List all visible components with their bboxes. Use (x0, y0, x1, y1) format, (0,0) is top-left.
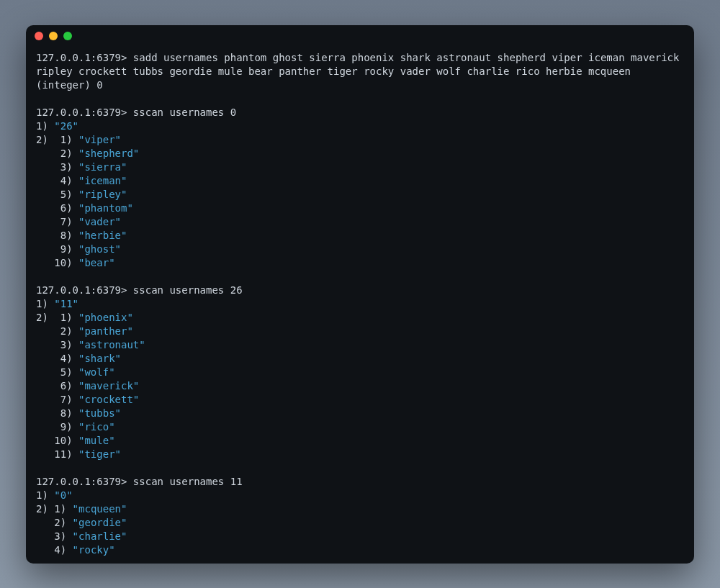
list-item: "ripley" (78, 189, 127, 200)
list-item: "crockett" (78, 394, 139, 405)
terminal-output[interactable]: 127.0.0.1:6379> sadd usernames phantom g… (26, 47, 694, 564)
list-item: "maverick" (78, 380, 139, 392)
prompt: 127.0.0.1:6379> (36, 284, 127, 296)
list-item: "geordie" (73, 517, 127, 528)
prompt: 127.0.0.1:6379> (36, 107, 127, 118)
list-item: "mule" (78, 435, 115, 446)
command-text: sadd usernames phantom ghost sierra phoe… (127, 52, 679, 63)
list-item: "shepherd" (78, 148, 139, 159)
cursor-value: "11" (54, 298, 78, 309)
titlebar (26, 25, 694, 47)
minimize-icon[interactable] (49, 32, 58, 40)
list-item: "herbie" (78, 230, 127, 241)
command-text: sscan usernames 26 (127, 284, 242, 296)
list-item: "bear" (78, 257, 115, 268)
list-item: "tubbs" (78, 407, 121, 419)
cursor-value: "0" (54, 489, 72, 501)
list-item: "sierra" (78, 161, 127, 173)
result-integer: (integer) 0 (36, 79, 103, 91)
list-item: "rocky" (73, 544, 115, 556)
list-item: "ghost" (78, 243, 121, 255)
command-text: sscan usernames 0 (127, 107, 236, 118)
prompt: 127.0.0.1:6379> (36, 476, 127, 487)
zoom-icon[interactable] (63, 32, 72, 40)
list-item: "tiger" (78, 448, 121, 460)
list-item: "vader" (78, 216, 121, 227)
list-item: "phoenix" (78, 312, 133, 323)
list-item: "viper" (78, 134, 121, 145)
prompt: 127.0.0.1:6379> (36, 52, 127, 63)
cursor-value: "26" (54, 120, 78, 132)
command-text: ripley crockett tubbs geordie mule bear … (36, 65, 631, 77)
command-text: sscan usernames 11 (127, 476, 242, 487)
list-item: "shark" (78, 353, 121, 364)
list-item: "panther" (78, 325, 133, 337)
list-item: "astronaut" (78, 339, 145, 350)
list-item: "wolf" (78, 366, 115, 378)
close-icon[interactable] (35, 32, 43, 40)
list-item: "iceman" (78, 175, 127, 186)
list-item: "rico" (78, 421, 115, 433)
terminal-window: 127.0.0.1:6379> sadd usernames phantom g… (26, 25, 694, 564)
list-item: "phantom" (78, 202, 133, 214)
list-item: "mcqueen" (73, 503, 127, 515)
list-item: "charlie" (73, 530, 127, 542)
